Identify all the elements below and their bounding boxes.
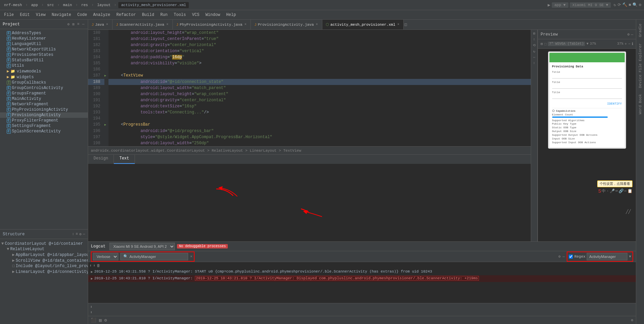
tab-close-phy[interactable]: × — [244, 22, 247, 27]
sync-icon[interactable]: ⟳ — [618, 2, 621, 7]
search-icon[interactable]: 🔍 — [632, 2, 638, 7]
tree-splash-screen[interactable]: C SplashScreenActivity — [0, 129, 88, 134]
tree-proxy-filter[interactable]: C ProxyFilterFragment — [0, 118, 88, 123]
bottom-icon-2[interactable]: ▤ — [99, 318, 102, 323]
tree-address-types[interactable]: C AddressTypes — [0, 30, 88, 36]
palette-icon-5[interactable]: ↔ — [533, 55, 535, 60]
menu-tools[interactable]: Tools — [171, 12, 189, 18]
tree-network-fragment[interactable]: C NetworkFragment — [0, 102, 88, 107]
tree-groups-fragment[interactable]: C GroupsFragment — [0, 91, 88, 96]
identify-button[interactable]: IDENTIFY — [552, 101, 622, 107]
refresh-icon[interactable]: ↻ — [613, 2, 616, 7]
tree-hex-key[interactable]: C HexKeyListener — [0, 36, 88, 41]
settings-small-icon[interactable]: ⚙ — [79, 232, 82, 236]
settings-icon[interactable]: ⚙ — [67, 22, 71, 27]
struct-item-root[interactable]: ▼ CoordinatorLayout @+id/container — [0, 241, 88, 246]
breadcrumb-src[interactable]: src — [46, 2, 55, 8]
tree-utils[interactable]: C Utils — [0, 63, 88, 68]
toolbar-run[interactable]: ▶ — [548, 2, 550, 8]
minimize-small-icon[interactable]: — — [83, 232, 85, 236]
struct-item-appbar[interactable]: ▶ AppBarLayout @+id/appbar_layout — [0, 252, 88, 258]
menu-navigate[interactable]: Navigate — [49, 12, 74, 18]
regex-dropdown-icon[interactable]: ▼ — [629, 255, 631, 259]
settings-icon[interactable]: ⚙ — [639, 2, 641, 7]
menu-vcs[interactable]: VCS — [189, 12, 202, 18]
logcat-bottom-icon-2[interactable]: ⬆ — [90, 310, 634, 315]
tab-scanner[interactable]: J ScannerActivity.java × — [113, 20, 173, 30]
app-selector[interactable]: app ▼ — [552, 2, 568, 8]
tree-group-controls[interactable]: C GroupControlsActivity — [0, 85, 88, 91]
menu-edit[interactable]: Edit — [17, 12, 33, 18]
menu-window[interactable]: Window — [203, 12, 223, 18]
ime-icon-5[interactable]: 🔗 — [619, 189, 624, 194]
layout-icon[interactable]: ⊞ — [72, 22, 75, 27]
logcat-search-box[interactable]: 🔍 — [120, 253, 188, 260]
logcat-settings-icon[interactable]: ⚙ — [558, 254, 561, 259]
preview-icon-1[interactable]: ⊞ — [541, 42, 543, 46]
struct-item-include[interactable]: □ Include @layout/info_live_provisioning… — [0, 263, 88, 269]
preview-zoom-out[interactable]: − — [628, 42, 630, 46]
breadcrumb-main[interactable]: main — [62, 2, 73, 8]
menu-build[interactable]: Build — [139, 12, 157, 18]
preview-info-icon[interactable]: ℹ — [632, 42, 633, 46]
sogou-icon[interactable]: S — [598, 189, 601, 194]
log-scroll-up[interactable]: ⬆ — [89, 263, 92, 268]
build-icon[interactable]: 🔨 — [622, 2, 627, 7]
preview-zoom[interactable]: 37% — [617, 42, 623, 46]
tree-viewmodels[interactable]: ▶ 📁 viewmodels — [0, 68, 88, 74]
clear-search-icon[interactable]: × — [190, 255, 193, 259]
breadcrumb-app[interactable]: app — [30, 2, 39, 8]
tree-provisioner-states[interactable]: C ProvisionerStates — [0, 52, 88, 58]
ime-icon-6[interactable]: ✂ — [624, 189, 627, 194]
ime-icon-7[interactable]: 📋 — [627, 189, 632, 194]
struct-item-linear[interactable]: ▶ LinearLayout @+id/connectivity_progres… — [0, 269, 88, 275]
stop-icon[interactable]: ■ — [629, 3, 631, 7]
gear-icon[interactable]: ≡ — [77, 22, 80, 27]
tab-java[interactable]: J Java × — [88, 20, 113, 30]
menu-file[interactable]: File — [1, 12, 17, 18]
menu-view[interactable]: View — [33, 12, 48, 18]
regex-input[interactable] — [587, 253, 627, 260]
tab-xml[interactable]: ⬡ activity_mesh_provisioner.xml × — [322, 20, 404, 30]
log-level-select[interactable]: Verbose — [93, 253, 118, 260]
tree-widgets[interactable]: ▶ 📁 widgets — [0, 74, 88, 80]
bottom-icon-3[interactable]: ⚙ — [104, 318, 107, 323]
palette-icon-2[interactable]: ↕ — [533, 37, 535, 42]
device-selector[interactable]: Xiaomi MI 9 SE ▼ — [570, 2, 611, 8]
preview-close-icon[interactable]: — — [631, 33, 633, 37]
struct-item-scrollview[interactable]: ▶ ScrollView @+id/data_container — [0, 258, 88, 263]
menu-analyze[interactable]: Analyze — [90, 12, 113, 18]
palette-icon-6[interactable]: ↕ — [533, 60, 535, 66]
ime-icon-2[interactable]: · — [606, 189, 609, 194]
tab-text[interactable]: Text — [114, 155, 135, 164]
tree-phy-provisioning[interactable]: C PhyProvisioningActivity — [0, 107, 88, 112]
device-label[interactable]: 7" WSVGA (Tablet) — [548, 42, 585, 46]
tree-provisioning-activity[interactable]: C ProvisioningActivity — [0, 112, 88, 118]
struct-item-relative[interactable]: ▼ RelativeLayout — [0, 246, 88, 252]
device-dropdown[interactable]: Xiaomi MI 9 SE Android 9, API 2 — [109, 243, 175, 250]
strip-word-book[interactable]: Word Book — [638, 91, 643, 117]
breadcrumb-res[interactable]: res — [80, 2, 89, 8]
menu-help[interactable]: Help — [223, 12, 239, 18]
strip-device-explorer[interactable]: Device File Explorer — [638, 41, 643, 91]
tree-main-activity[interactable]: C MainActivity — [0, 96, 88, 102]
log-scroll-down[interactable]: ⬇ — [93, 263, 96, 268]
tab-close-provisioning-java[interactable]: × — [315, 22, 319, 27]
tree-settings-fragment[interactable]: C SettingsFragment — [0, 123, 88, 129]
log-clear[interactable]: 🗑 — [97, 263, 100, 268]
palette-icon-1[interactable]: ⊞ — [533, 30, 535, 37]
preview-icon-3[interactable]: ▼ — [586, 42, 588, 46]
strip-gradle[interactable]: Gradle — [638, 21, 643, 40]
project-name[interactable]: nrf-mesh — [3, 2, 23, 8]
tree-group-callbacks[interactable]: I GroupCallbacks — [0, 80, 88, 85]
tab-phy[interactable]: J PhyProvisioningActivity.java × — [173, 20, 251, 30]
tab-close-scanner[interactable]: × — [166, 22, 169, 27]
preview-icon-2[interactable]: ⬚ — [544, 42, 547, 46]
bottom-icon-1[interactable]: ⬛ — [91, 318, 96, 323]
palette-icon-3[interactable]: ⟲ — [533, 42, 536, 48]
sort-icon[interactable]: ↕ — [72, 232, 75, 236]
filter-icon[interactable]: ≡ — [76, 232, 78, 236]
logcat-minimize-icon[interactable]: — — [563, 255, 565, 259]
tab-close-java[interactable]: × — [105, 22, 109, 27]
preview-settings-icon[interactable]: ⚙ — [627, 32, 630, 37]
